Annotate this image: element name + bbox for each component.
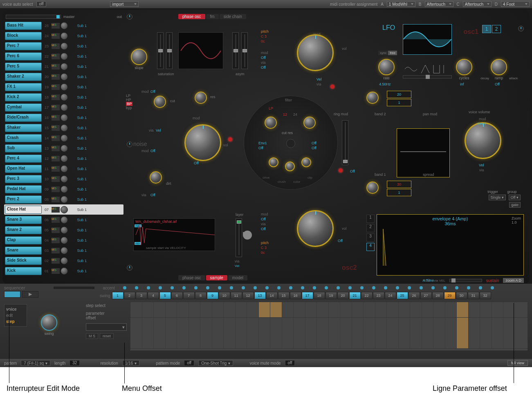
step-select-cell[interactable] bbox=[270, 302, 282, 317]
voice-mute-solo[interactable]: MS bbox=[52, 74, 60, 80]
step-number[interactable]: 3 bbox=[136, 292, 147, 299]
seq-play-button[interactable]: ▶ bbox=[22, 291, 38, 298]
step-select-cell[interactable] bbox=[130, 302, 142, 317]
env-select-3[interactable]: 3 bbox=[366, 233, 375, 242]
step-number[interactable]: 28 bbox=[432, 292, 444, 299]
step-select-cell[interactable] bbox=[375, 302, 387, 317]
step-number[interactable]: 16 bbox=[290, 292, 301, 299]
voice-pan-knob[interactable] bbox=[61, 32, 68, 40]
edit-mode-switch[interactable]: voice edit step bbox=[4, 304, 27, 327]
voice-output[interactable]: Sub 1 bbox=[69, 105, 87, 110]
filter-bp[interactable]: BP bbox=[126, 102, 132, 106]
voice-output[interactable]: Sub 1 bbox=[69, 85, 87, 89]
step-select-cell[interactable] bbox=[282, 302, 294, 317]
env-mod-slider[interactable] bbox=[449, 279, 482, 282]
voice-row[interactable]: Snare 03 MS Sub 1 bbox=[4, 245, 123, 256]
voice-pan-knob[interactable] bbox=[61, 216, 68, 224]
voice-name[interactable]: Side Stick bbox=[5, 257, 42, 265]
voice-row[interactable]: Close Hat 07 MS Sub 1 bbox=[4, 204, 123, 215]
tab-sample[interactable]: sample bbox=[206, 275, 227, 280]
voice-output[interactable]: Sub 1 bbox=[69, 44, 87, 48]
voice-output[interactable]: Sub 1 bbox=[69, 116, 87, 120]
voice-row[interactable]: Snare 3 06 MS Sub 1 bbox=[4, 215, 123, 225]
voice-mute-solo[interactable]: MS bbox=[52, 248, 60, 253]
voice-mute-solo[interactable]: MS bbox=[52, 207, 60, 213]
osc2-power[interactable] bbox=[127, 265, 132, 271]
accent-dot[interactable] bbox=[344, 286, 356, 290]
step-number[interactable]: 11 bbox=[231, 292, 242, 299]
saturation-slider-r[interactable] bbox=[166, 32, 173, 69]
band2-value[interactable]: 20 bbox=[387, 91, 411, 98]
voice-pan-knob[interactable] bbox=[61, 73, 68, 81]
sequencer-grid[interactable] bbox=[130, 302, 528, 351]
step-select-cell[interactable] bbox=[352, 302, 364, 317]
slope-knob[interactable]: slope bbox=[131, 49, 147, 70]
param-offset-cell[interactable] bbox=[224, 318, 236, 348]
voice-mute-solo[interactable]: MS bbox=[52, 197, 60, 202]
step-number[interactable]: 6 bbox=[171, 292, 183, 299]
lfo-cycles-knob[interactable]: cycles bbox=[456, 59, 472, 80]
step-select-cell[interactable] bbox=[317, 302, 329, 317]
voice-row[interactable]: Open Hat 11 MS Sub 1 bbox=[4, 164, 123, 174]
step-number[interactable]: 14 bbox=[266, 292, 278, 299]
filter-byp[interactable]: byp bbox=[126, 106, 132, 110]
step-number[interactable]: 25 bbox=[397, 292, 408, 299]
pattern-select[interactable]: 7 (F#-1) sq▾ bbox=[21, 360, 50, 366]
voice-row[interactable]: Bass Hit 25 MS Sub 1 bbox=[4, 20, 123, 31]
voice-name[interactable]: Kick 2 bbox=[5, 93, 42, 101]
voice-mute-solo[interactable]: MS bbox=[52, 146, 60, 151]
voice-pan-knob[interactable] bbox=[61, 63, 68, 70]
step-number[interactable]: 7 bbox=[183, 292, 195, 299]
voice-mute-solo[interactable]: MS bbox=[52, 54, 60, 59]
envelope-display[interactable]: 1 2 3 4 envelope 4 (Amp)36ms Zoom1.0 bbox=[377, 214, 524, 276]
accent-dot[interactable] bbox=[392, 286, 403, 290]
sample-waveform[interactable]: WA_dubsmash_clshat.aif max min sample st… bbox=[133, 218, 215, 251]
voice-output[interactable]: Sub 1 bbox=[69, 197, 87, 202]
osc1-filter-send-led[interactable] bbox=[330, 85, 334, 89]
param-offset-cell[interactable] bbox=[259, 318, 271, 348]
voice-output[interactable]: Sub 1 bbox=[69, 208, 87, 212]
voice-name[interactable]: Crash bbox=[5, 134, 42, 142]
pan-mod-display[interactable] bbox=[397, 128, 450, 177]
voice-name[interactable]: Pedal Hat bbox=[5, 185, 42, 193]
param-offset-cell[interactable] bbox=[480, 318, 492, 348]
step-select-cell[interactable] bbox=[177, 302, 189, 317]
seq-reset-button[interactable]: reset bbox=[100, 333, 114, 339]
voice-row[interactable]: Cymbal 17 MS Sub 1 bbox=[4, 102, 123, 112]
voice-name[interactable]: Perc 4 bbox=[5, 155, 42, 163]
noise-filter-send-led[interactable] bbox=[228, 137, 232, 141]
sample-play-button[interactable]: ▶ bbox=[243, 231, 252, 240]
voice-output[interactable]: Sub 1 bbox=[69, 167, 87, 171]
step-number[interactable]: 29 bbox=[444, 292, 456, 299]
voice-output[interactable]: Sub 1 bbox=[69, 75, 87, 79]
accent-dot[interactable] bbox=[368, 286, 379, 290]
param-offset-cell[interactable] bbox=[445, 318, 457, 348]
lfo-shape-slider[interactable] bbox=[403, 75, 452, 78]
step-select-cell[interactable] bbox=[189, 302, 201, 317]
voice-output[interactable]: Sub 1 bbox=[69, 187, 87, 191]
accent-dot[interactable] bbox=[356, 286, 368, 290]
param-offset-cell[interactable] bbox=[282, 318, 294, 348]
param-offset-cell[interactable] bbox=[212, 318, 224, 348]
voice-row[interactable]: Perc 6 22 MS Sub 1 bbox=[4, 51, 123, 61]
voice-pan-knob[interactable] bbox=[61, 124, 68, 132]
voice-mute-solo[interactable]: MS bbox=[52, 186, 60, 192]
voice-pan-knob[interactable] bbox=[61, 175, 68, 183]
oneshot-select[interactable]: One-Shot Trig▾ bbox=[198, 360, 233, 366]
filter-lp[interactable]: LP bbox=[126, 94, 132, 98]
env-select-2[interactable]: 2 bbox=[366, 224, 375, 232]
voice-pan-knob[interactable] bbox=[61, 186, 68, 193]
lfo-tab-2[interactable]: 2 bbox=[492, 25, 501, 33]
voice-name[interactable]: Snare 3 bbox=[5, 216, 42, 224]
param-offset-cell[interactable] bbox=[130, 318, 142, 348]
voice-pan-knob[interactable] bbox=[61, 83, 68, 91]
voice-pan-knob[interactable] bbox=[61, 114, 68, 121]
step-select-cell[interactable] bbox=[294, 302, 305, 317]
import-menu[interactable]: import bbox=[110, 1, 139, 7]
step-select-cell[interactable] bbox=[399, 302, 411, 317]
param-offset-cell[interactable] bbox=[177, 318, 189, 348]
voice-output[interactable]: Sub 1 bbox=[69, 177, 87, 181]
lfo-ramp-knob[interactable]: ramp bbox=[491, 59, 507, 80]
voice-pan-knob[interactable] bbox=[61, 104, 68, 111]
voice-row[interactable]: Clap 04 MS Sub 1 bbox=[4, 235, 123, 245]
